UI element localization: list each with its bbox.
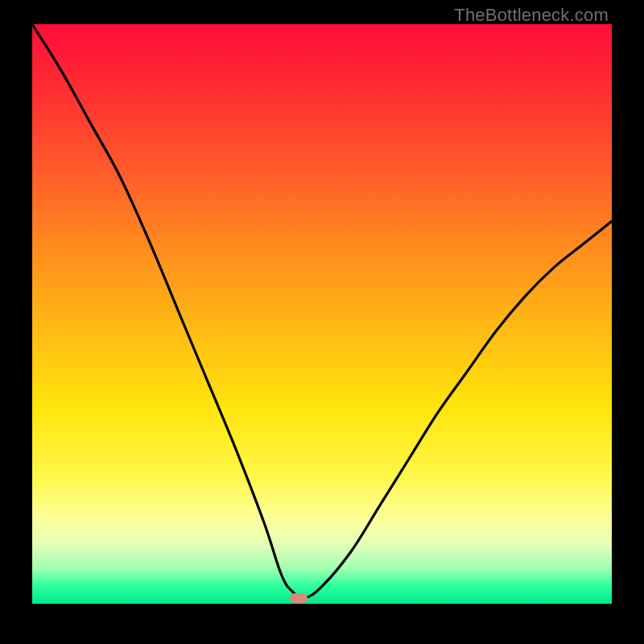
bottleneck-curve — [32, 24, 612, 604]
sweet-spot-marker — [290, 593, 308, 603]
plot-area — [32, 24, 612, 604]
watermark-text: TheBottleneck.com — [454, 5, 609, 26]
chart-frame: TheBottleneck.com — [0, 0, 644, 644]
